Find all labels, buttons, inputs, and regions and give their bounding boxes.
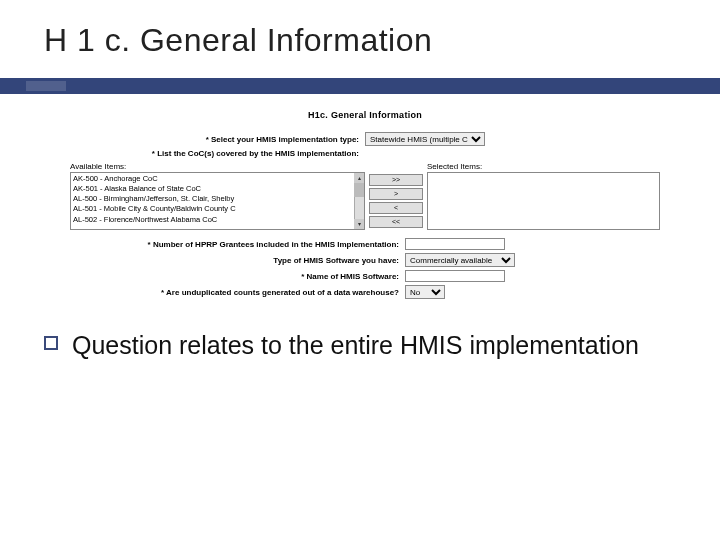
selected-label: Selected Items: (427, 162, 660, 171)
form-heading: H1c. General Information (70, 110, 660, 120)
grantees-label: * Number of HPRP Grantees included in th… (70, 240, 405, 249)
add-button[interactable]: > (369, 188, 423, 200)
dual-list: Available Items: AK-500 - Anchorage CoC … (70, 162, 660, 230)
software-type-label: Type of HMIS Software you have: (70, 256, 405, 265)
list-item[interactable]: AK-500 - Anchorage CoC (73, 174, 362, 184)
bullet-icon (44, 336, 58, 350)
scroll-thumb[interactable] (354, 183, 364, 197)
grantees-input[interactable] (405, 238, 505, 250)
scrollbar[interactable]: ▴ ▾ (354, 173, 364, 229)
available-label: Available Items: (70, 162, 365, 171)
software-type-select[interactable]: Commercially available (405, 253, 515, 267)
bullet-block: Question relates to the entire HMIS impl… (44, 330, 674, 361)
software-name-input[interactable] (405, 270, 505, 282)
list-item[interactable]: AK-501 - Alaska Balance of State CoC (73, 184, 362, 194)
bullet-text: Question relates to the entire HMIS impl… (72, 330, 639, 361)
slide-title: H 1 c. General Information (0, 0, 720, 59)
remove-all-button[interactable]: << (369, 216, 423, 228)
impl-type-select[interactable]: Statewide HMIS (multiple CoCs) (365, 132, 485, 146)
selected-listbox[interactable] (427, 172, 660, 230)
available-listbox[interactable]: AK-500 - Anchorage CoC AK-501 - Alaska B… (70, 172, 365, 230)
list-coc-label: * List the CoC(s) covered by the HMIS im… (70, 149, 365, 158)
scroll-up-icon[interactable]: ▴ (354, 173, 364, 183)
warehouse-label: * Are unduplicated counts generated out … (70, 288, 405, 297)
accent-bar (0, 78, 720, 94)
software-name-label: * Name of HMIS Software: (70, 272, 405, 281)
add-all-button[interactable]: >> (369, 174, 423, 186)
warehouse-select[interactable]: No (405, 285, 445, 299)
list-item[interactable]: AL-502 - Florence/Northwest Alabama CoC (73, 215, 362, 225)
list-item[interactable]: AL-500 - Birmingham/Jefferson, St. Clair… (73, 194, 362, 204)
impl-type-label: * Select your HMIS implementation type: (70, 135, 365, 144)
remove-button[interactable]: < (369, 202, 423, 214)
list-item[interactable]: AL-501 - Mobile City & County/Baldwin Co… (73, 204, 362, 214)
scroll-down-icon[interactable]: ▾ (354, 219, 364, 229)
form-screenshot: H1c. General Information * Select your H… (70, 110, 660, 302)
